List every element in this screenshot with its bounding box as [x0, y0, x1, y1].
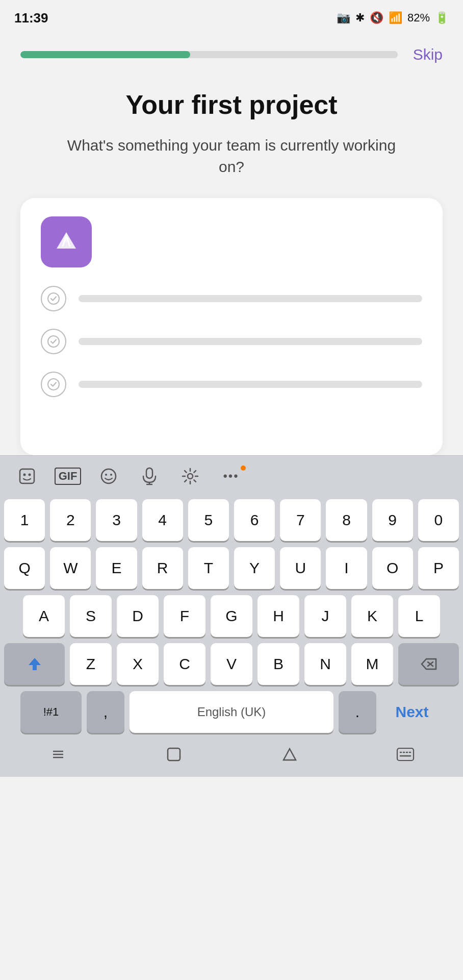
- skip-button[interactable]: Skip: [413, 46, 443, 63]
- project-card: [20, 198, 443, 455]
- status-icons: 📷 ✱ 🔇 📶 82% 🔋: [337, 11, 449, 24]
- recents-nav-button[interactable]: [264, 746, 315, 763]
- svg-point-6: [29, 473, 31, 476]
- wifi-icon: 📶: [389, 11, 402, 24]
- page-title: Your first project: [125, 89, 337, 120]
- number-row: 1 2 3 4 5 6 7 8 9 0: [4, 499, 459, 541]
- key-5[interactable]: 5: [188, 499, 229, 541]
- key-7[interactable]: 7: [280, 499, 321, 541]
- progress-bar-container: [20, 51, 398, 58]
- task-row-3: [41, 372, 422, 397]
- settings-button[interactable]: [172, 462, 208, 490]
- task-line-2: [79, 338, 422, 345]
- check-icon-3: [47, 378, 60, 391]
- battery-icon: 🔋: [435, 11, 449, 24]
- progress-bar-fill: [20, 51, 190, 58]
- mute-icon: 🔇: [370, 11, 383, 24]
- key-f[interactable]: F: [164, 595, 205, 637]
- shift-key[interactable]: [4, 643, 65, 685]
- key-s[interactable]: S: [70, 595, 112, 637]
- key-3[interactable]: 3: [96, 499, 137, 541]
- mic-button[interactable]: [132, 462, 167, 490]
- key-n[interactable]: N: [304, 643, 346, 685]
- asdf-row: A S D F G H J K L: [4, 595, 459, 637]
- bottom-row: !#1 , English (UK) . Next: [4, 691, 459, 733]
- period-key[interactable]: .: [339, 691, 376, 733]
- key-i[interactable]: I: [326, 547, 367, 589]
- task-line-3: [79, 381, 422, 388]
- back-nav-button[interactable]: [33, 745, 84, 764]
- key-a[interactable]: A: [23, 595, 65, 637]
- svg-rect-17: [168, 748, 180, 761]
- key-q[interactable]: Q: [4, 547, 45, 589]
- key-z[interactable]: Z: [70, 643, 112, 685]
- key-h[interactable]: H: [258, 595, 299, 637]
- bluetooth-icon: ✱: [355, 11, 365, 24]
- main-content: Skip Your first project What's something…: [0, 36, 463, 455]
- next-key[interactable]: Next: [381, 691, 443, 733]
- task-check-2: [41, 329, 66, 354]
- keyboard-area: 1 2 3 4 5 6 7 8 9 0 Q W E R T Y U I O P …: [0, 496, 463, 736]
- key-0[interactable]: 0: [418, 499, 459, 541]
- gif-label: GIF: [55, 468, 82, 485]
- key-j[interactable]: J: [304, 595, 346, 637]
- key-e[interactable]: E: [96, 547, 137, 589]
- comma-key[interactable]: ,: [87, 691, 124, 733]
- key-8[interactable]: 8: [326, 499, 367, 541]
- svg-point-5: [23, 473, 26, 476]
- emoji-button[interactable]: [91, 462, 126, 490]
- check-icon-1: [47, 292, 60, 305]
- progress-row: Skip: [20, 46, 443, 63]
- sticker-button[interactable]: [9, 462, 45, 490]
- app-icon: [41, 216, 92, 267]
- key-p[interactable]: P: [418, 547, 459, 589]
- key-l[interactable]: L: [398, 595, 440, 637]
- key-o[interactable]: O: [372, 547, 413, 589]
- key-v[interactable]: V: [211, 643, 252, 685]
- status-time: 11:39: [14, 10, 48, 26]
- key-6[interactable]: 6: [234, 499, 275, 541]
- video-icon: 📷: [337, 11, 350, 24]
- key-c[interactable]: C: [164, 643, 205, 685]
- key-y[interactable]: Y: [234, 547, 275, 589]
- svg-point-9: [110, 474, 112, 476]
- app-icon-svg: [53, 228, 80, 256]
- more-button[interactable]: •••: [213, 462, 249, 490]
- page-subtitle: What's something your team is currently …: [58, 135, 405, 178]
- key-w[interactable]: W: [50, 547, 91, 589]
- key-m[interactable]: M: [351, 643, 393, 685]
- svg-rect-10: [146, 468, 152, 478]
- space-key[interactable]: English (UK): [130, 691, 333, 733]
- key-g[interactable]: G: [211, 595, 252, 637]
- key-k[interactable]: K: [351, 595, 393, 637]
- key-x[interactable]: X: [117, 643, 159, 685]
- keyboard-nav-button[interactable]: [380, 747, 431, 762]
- check-icon-2: [47, 335, 60, 348]
- task-row-2: [41, 329, 422, 354]
- home-nav-button[interactable]: [148, 746, 199, 763]
- key-r[interactable]: R: [142, 547, 183, 589]
- key-b[interactable]: B: [258, 643, 299, 685]
- key-9[interactable]: 9: [372, 499, 413, 541]
- nav-bar: [0, 736, 463, 777]
- gif-button[interactable]: GIF: [50, 462, 86, 490]
- key-d[interactable]: D: [117, 595, 159, 637]
- key-2[interactable]: 2: [50, 499, 91, 541]
- key-1[interactable]: 1: [4, 499, 45, 541]
- backspace-key[interactable]: [398, 643, 459, 685]
- battery-text: 82%: [407, 11, 430, 24]
- task-check-3: [41, 372, 66, 397]
- svg-point-2: [48, 336, 59, 347]
- svg-point-1: [48, 293, 59, 304]
- svg-point-7: [101, 469, 116, 483]
- key-u[interactable]: U: [280, 547, 321, 589]
- key-t[interactable]: T: [188, 547, 229, 589]
- special-chars-key[interactable]: !#1: [20, 691, 82, 733]
- keyboard-toolbar: GIF •••: [0, 455, 463, 496]
- status-bar: 11:39 📷 ✱ 🔇 📶 82% 🔋: [0, 0, 463, 36]
- more-icon: •••: [223, 469, 239, 483]
- svg-rect-18: [397, 748, 414, 761]
- task-row: [41, 286, 422, 311]
- svg-rect-4: [20, 469, 34, 483]
- key-4[interactable]: 4: [142, 499, 183, 541]
